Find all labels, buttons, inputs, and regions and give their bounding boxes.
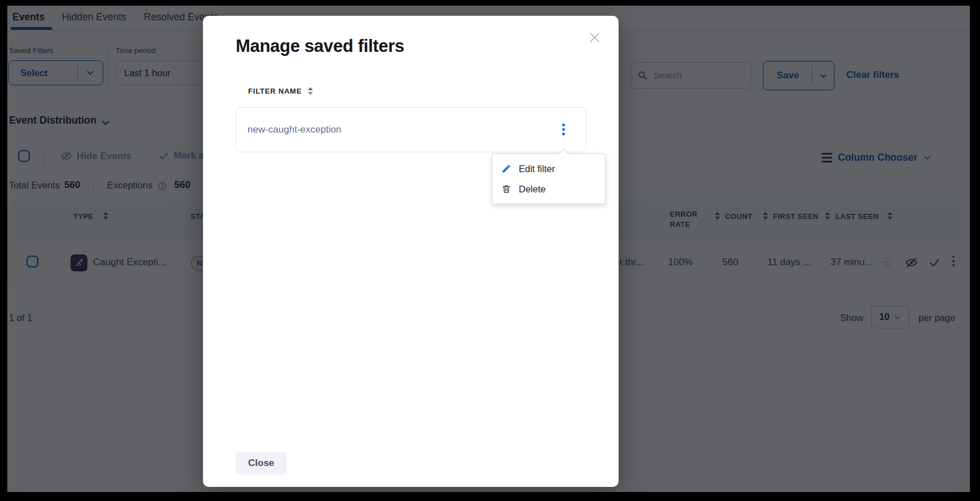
delete-filter-label: Delete: [519, 184, 546, 195]
edit-filter-label: Edit filter: [519, 164, 555, 174]
saved-filter-row: new-caught-exception: [236, 107, 586, 152]
pencil-icon: [501, 164, 511, 174]
trash-icon: [501, 184, 511, 194]
close-icon[interactable]: [586, 29, 602, 45]
modal-title: Manage saved filters: [236, 36, 404, 56]
filter-kebab-menu-icon[interactable]: [558, 121, 570, 138]
filter-name-header-label: FILTER NAME: [248, 87, 302, 95]
sort-icon[interactable]: [307, 87, 314, 95]
saved-filter-name: new-caught-exception: [248, 124, 341, 135]
modal-close-button[interactable]: Close: [236, 452, 286, 474]
edit-filter-menu-item[interactable]: Edit filter: [492, 159, 605, 179]
filter-name-column-header[interactable]: FILTER NAME: [248, 87, 314, 95]
delete-filter-menu-item[interactable]: Delete: [492, 179, 605, 199]
filter-context-menu: Edit filter Delete: [492, 153, 606, 204]
events-app: Events Hidden Events Resolved Events Sav…: [7, 6, 970, 492]
manage-saved-filters-modal: Manage saved filters FILTER NAME new-cau…: [203, 16, 619, 487]
